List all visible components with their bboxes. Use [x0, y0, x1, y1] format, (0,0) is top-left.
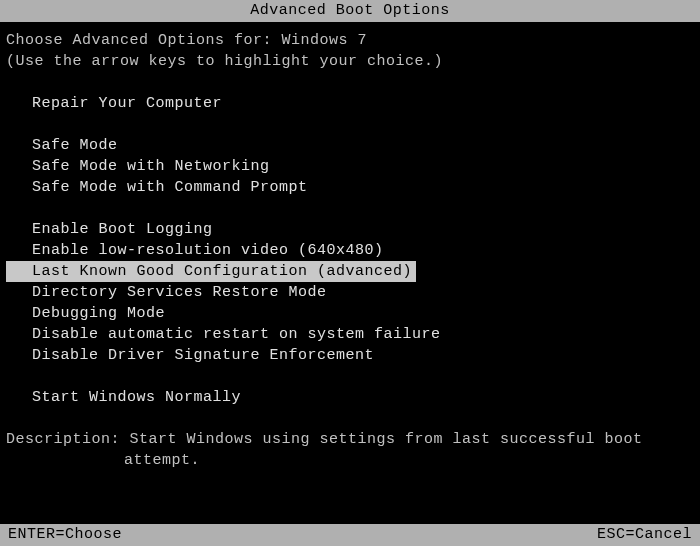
description-text-1: Start Windows using settings from last s… [130, 431, 643, 448]
option-ds-restore-mode[interactable]: Directory Services Restore Mode [6, 282, 694, 303]
option-debugging-mode[interactable]: Debugging Mode [6, 303, 694, 324]
option-group-1: Repair Your Computer [6, 93, 694, 114]
option-boot-logging[interactable]: Enable Boot Logging [6, 219, 694, 240]
description-line-1: Description: Start Windows using setting… [6, 429, 694, 450]
option-disable-driver-sig[interactable]: Disable Driver Signature Enforcement [6, 345, 694, 366]
description-text-2: attempt. [6, 450, 694, 471]
header-line-2: (Use the arrow keys to highlight your ch… [6, 51, 694, 72]
option-group-2: Safe Mode Safe Mode with Networking Safe… [6, 135, 694, 198]
footer-enter-hint: ENTER=Choose [8, 527, 122, 543]
option-last-known-good[interactable]: Last Known Good Configuration (advanced) [6, 261, 416, 282]
footer-bar: ENTER=Choose ESC=Cancel [0, 524, 700, 546]
title-bar: Advanced Boot Options [0, 0, 700, 22]
option-low-res-video[interactable]: Enable low-resolution video (640x480) [6, 240, 694, 261]
option-disable-auto-restart[interactable]: Disable automatic restart on system fail… [6, 324, 694, 345]
footer-esc-hint: ESC=Cancel [597, 527, 692, 543]
content-area: Choose Advanced Options for: Windows 7 (… [0, 22, 700, 479]
description-block: Description: Start Windows using setting… [6, 429, 694, 471]
header-line-1: Choose Advanced Options for: Windows 7 [6, 30, 694, 51]
option-start-normally[interactable]: Start Windows Normally [6, 387, 694, 408]
title-text: Advanced Boot Options [250, 2, 450, 19]
description-label: Description: [6, 431, 130, 448]
option-group-3: Enable Boot Logging Enable low-resolutio… [6, 219, 694, 366]
option-safe-mode-cmd[interactable]: Safe Mode with Command Prompt [6, 177, 694, 198]
option-safe-mode-networking[interactable]: Safe Mode with Networking [6, 156, 694, 177]
option-group-4: Start Windows Normally [6, 387, 694, 408]
option-repair-computer[interactable]: Repair Your Computer [6, 93, 694, 114]
os-name: Windows 7 [282, 32, 368, 49]
header-prefix: Choose Advanced Options for: [6, 32, 282, 49]
options-block: Repair Your Computer Safe Mode Safe Mode… [6, 93, 694, 408]
option-safe-mode[interactable]: Safe Mode [6, 135, 694, 156]
